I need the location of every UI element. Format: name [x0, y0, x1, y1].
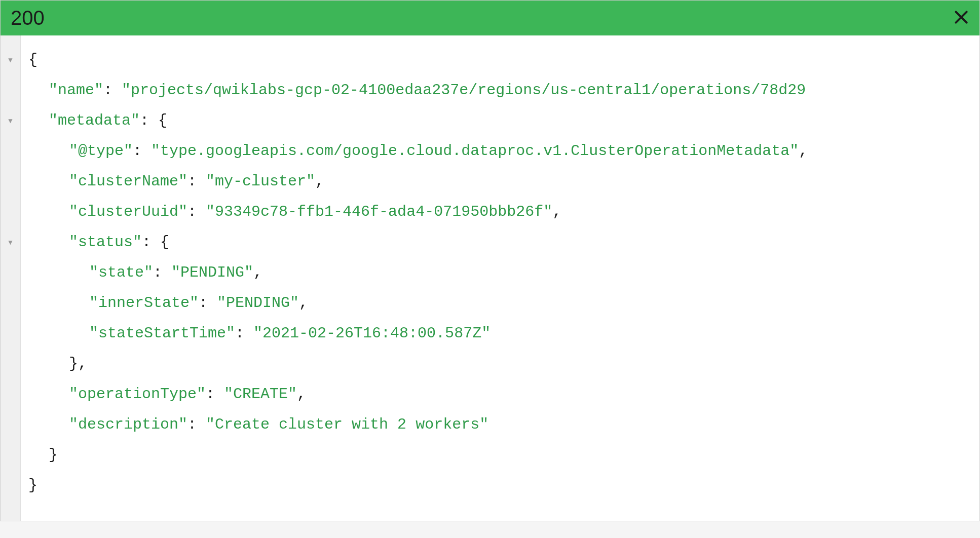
colon: :	[187, 203, 206, 220]
code-line: "state": "PENDING",	[28, 257, 972, 288]
code-gutter: ▼ ▼ ▼	[1, 35, 21, 521]
colon: :	[187, 173, 206, 190]
open-brace: {	[158, 112, 167, 129]
close-icon	[953, 9, 969, 25]
comma: ,	[297, 386, 306, 403]
json-value: "93349c78-ffb1-446f-ada4-071950bbb26f"	[206, 203, 552, 220]
close-brace: }	[69, 355, 78, 372]
code-line: },	[28, 349, 972, 379]
json-key: "operationType"	[69, 386, 206, 403]
code-line: {	[28, 45, 972, 75]
colon: :	[187, 416, 206, 433]
fold-marker-icon[interactable]: ▼	[8, 56, 12, 64]
comma: ,	[299, 294, 308, 312]
comma: ,	[78, 355, 87, 372]
json-key: "clusterUuid"	[69, 203, 187, 220]
json-value: "my-cluster"	[206, 173, 315, 190]
code-line: "clusterUuid": "93349c78-ffb1-446f-ada4-…	[28, 197, 972, 227]
code-line: }	[28, 440, 972, 470]
response-header: 200	[0, 0, 980, 35]
comma: ,	[552, 203, 561, 220]
code-line: "@type": "type.googleapis.com/google.clo…	[28, 136, 972, 166]
colon: :	[199, 294, 217, 312]
code-line: "description": "Create cluster with 2 wo…	[28, 409, 972, 440]
close-brace: }	[28, 477, 37, 494]
code-line: }	[28, 470, 972, 501]
json-value: "PENDING"	[171, 264, 253, 281]
json-key: "clusterName"	[69, 173, 187, 190]
code-line: "status": {	[28, 227, 972, 257]
colon: :	[133, 142, 151, 160]
json-key: "status"	[69, 234, 142, 251]
comma: ,	[315, 173, 324, 190]
json-value: "CREATE"	[224, 386, 297, 403]
colon: :	[235, 325, 253, 342]
json-key: "metadata"	[49, 112, 140, 129]
close-button[interactable]	[953, 8, 969, 29]
json-viewer[interactable]: { "name": "projects/qwiklabs-gcp-02-4100…	[21, 35, 979, 521]
colon: :	[206, 386, 224, 403]
json-key: "@type"	[69, 142, 133, 160]
comma: ,	[799, 142, 808, 160]
response-body: ▼ ▼ ▼ { "name": "projects/qwiklabs-gcp-0…	[0, 35, 980, 521]
open-brace: {	[28, 51, 37, 68]
colon: :	[153, 264, 171, 281]
status-code: 200	[11, 7, 45, 29]
code-line: "metadata": {	[28, 105, 972, 136]
code-line: "stateStartTime": "2021-02-26T16:48:00.5…	[28, 318, 972, 349]
code-line: "clusterName": "my-cluster",	[28, 166, 972, 197]
open-brace: {	[160, 234, 169, 251]
fold-marker-icon[interactable]: ▼	[8, 239, 12, 247]
json-value: "type.googleapis.com/google.cloud.datapr…	[151, 142, 799, 160]
json-key: "description"	[69, 416, 187, 433]
code-line: "operationType": "CREATE",	[28, 379, 972, 409]
comma: ,	[253, 264, 262, 281]
json-value: "PENDING"	[217, 294, 299, 312]
json-key: "innerState"	[89, 294, 199, 312]
json-value: "Create cluster with 2 workers"	[206, 416, 488, 433]
json-value: "projects/qwiklabs-gcp-02-4100edaa237e/r…	[122, 82, 806, 99]
close-brace: }	[49, 446, 58, 464]
code-line: "innerState": "PENDING",	[28, 288, 972, 318]
json-key: "state"	[89, 264, 153, 281]
fold-marker-icon[interactable]: ▼	[8, 117, 12, 125]
json-key: "name"	[49, 82, 103, 99]
json-key: "stateStartTime"	[89, 325, 235, 342]
colon: :	[140, 112, 158, 129]
colon: :	[103, 82, 122, 99]
code-line: "name": "projects/qwiklabs-gcp-02-4100ed…	[28, 75, 972, 105]
json-value: "2021-02-26T16:48:00.587Z"	[253, 325, 491, 342]
colon: :	[142, 234, 160, 251]
